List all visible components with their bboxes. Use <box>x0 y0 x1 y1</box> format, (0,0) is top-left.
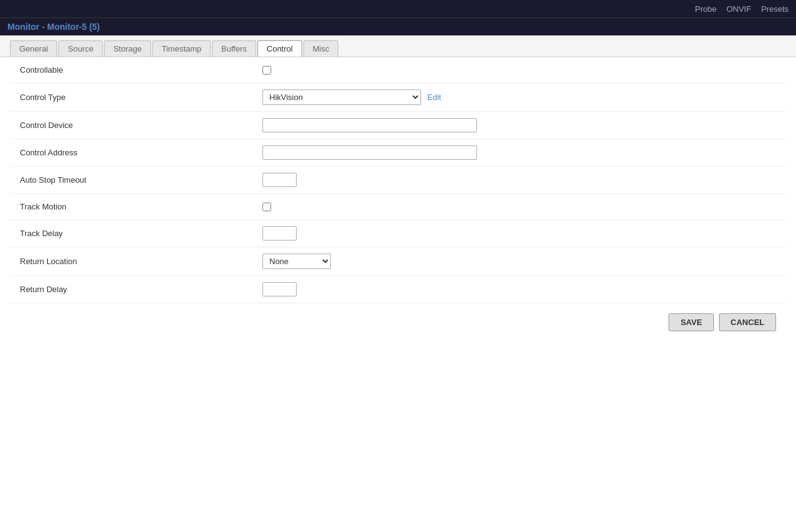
controllable-checkbox[interactable] <box>262 66 271 75</box>
top-bar: Probe ONVIF Presets <box>0 0 796 17</box>
track-delay-row: Track Delay <box>10 220 786 247</box>
return-delay-control <box>262 282 776 296</box>
return-location-select[interactable]: None Preset 1 Preset 2 Home <box>262 254 331 269</box>
control-address-label: Control Address <box>20 148 262 157</box>
track-motion-checkbox[interactable] <box>262 203 271 211</box>
return-delay-input[interactable] <box>262 282 297 296</box>
tab-general[interactable]: General <box>10 40 57 57</box>
tab-misc[interactable]: Misc <box>303 40 339 57</box>
tab-control[interactable]: Control <box>257 40 302 57</box>
tab-buffers[interactable]: Buffers <box>212 40 256 57</box>
control-type-control: HikVision ONVIF Pelco-D Pelco-P None Edi… <box>262 89 776 105</box>
edit-control-type-link[interactable]: Edit <box>427 93 441 102</box>
track-motion-label: Track Motion <box>20 202 262 211</box>
buttons-row: SAVE CANCEL <box>10 303 786 341</box>
track-delay-input[interactable] <box>262 226 297 241</box>
tab-source[interactable]: Source <box>58 40 103 57</box>
onvif-link[interactable]: ONVIF <box>726 4 751 14</box>
auto-stop-timeout-input[interactable] <box>262 173 297 187</box>
control-type-label: Control Type <box>20 93 262 102</box>
return-location-row: Return Location None Preset 1 Preset 2 H… <box>10 247 786 276</box>
control-device-label: Control Device <box>20 121 262 130</box>
return-location-control: None Preset 1 Preset 2 Home <box>262 254 776 269</box>
track-motion-row: Track Motion <box>10 194 786 220</box>
control-address-control <box>262 145 776 160</box>
title-bar: Monitor - Monitor-5 (5) <box>0 17 796 35</box>
tabs-container: General Source Storage Timestamp Buffers… <box>0 35 796 57</box>
presets-link[interactable]: Presets <box>761 4 789 14</box>
save-button[interactable]: SAVE <box>669 313 713 331</box>
control-type-select[interactable]: HikVision ONVIF Pelco-D Pelco-P None <box>262 89 421 105</box>
auto-stop-timeout-control <box>262 173 776 187</box>
track-delay-label: Track Delay <box>20 229 262 238</box>
control-device-input[interactable] <box>262 118 477 132</box>
return-delay-label: Return Delay <box>20 285 262 294</box>
tab-storage[interactable]: Storage <box>104 40 151 57</box>
return-location-label: Return Location <box>20 257 262 266</box>
controllable-label: Controllable <box>20 65 262 75</box>
page-title: Monitor - Monitor-5 (5) <box>7 22 100 32</box>
track-motion-control <box>262 203 776 211</box>
return-delay-row: Return Delay <box>10 276 786 303</box>
control-type-row: Control Type HikVision ONVIF Pelco-D Pel… <box>10 83 786 112</box>
control-device-control <box>262 118 776 132</box>
controllable-control <box>262 66 776 75</box>
controllable-row: Controllable <box>10 57 786 83</box>
control-device-row: Control Device <box>10 112 786 139</box>
track-delay-control <box>262 226 776 241</box>
cancel-button[interactable]: CANCEL <box>719 313 776 331</box>
auto-stop-timeout-label: Auto Stop Timeout <box>20 175 262 185</box>
tab-timestamp[interactable]: Timestamp <box>152 40 211 57</box>
control-address-input[interactable] <box>262 145 477 160</box>
content-area: Controllable Control Type HikVision ONVI… <box>0 57 796 341</box>
auto-stop-timeout-row: Auto Stop Timeout <box>10 167 786 194</box>
control-address-row: Control Address <box>10 139 786 167</box>
probe-link[interactable]: Probe <box>695 4 716 14</box>
